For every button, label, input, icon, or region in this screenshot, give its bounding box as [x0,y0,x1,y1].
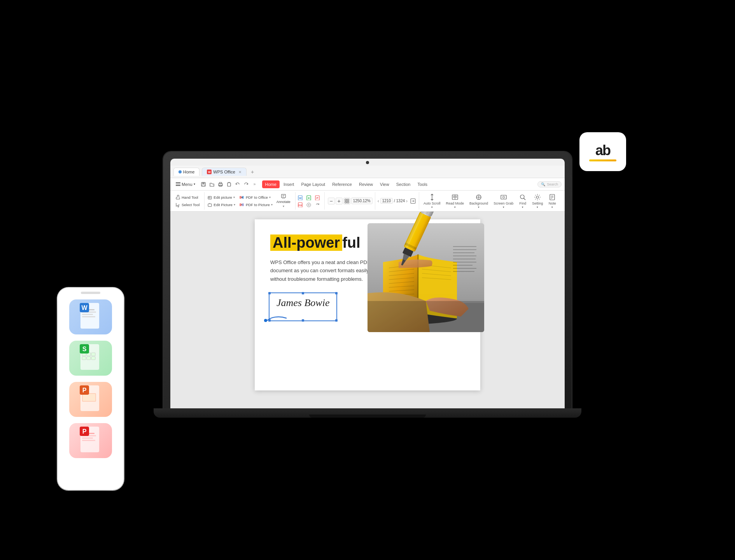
svg-rect-56 [347,199,349,201]
setting-arrow: ▾ [537,206,538,209]
format-btn-5[interactable] [305,201,313,208]
find-button[interactable]: Find ▾ [517,192,528,210]
clipboard-button[interactable] [226,181,233,188]
ribbon-tab-pagelayout[interactable]: Page Layout [298,180,328,188]
svg-rect-25 [82,438,93,439]
ribbon-tabs-row: Menu ▾ [170,178,565,191]
svg-text:PDF: PDF [298,204,303,206]
format-btn-1[interactable]: W [296,194,304,201]
zoom-level-display[interactable]: 1250.12% [351,198,373,204]
format-btn-3[interactable]: P [313,194,321,201]
page-nav-group: ‹ 1210 / 1324 › [376,192,419,210]
pdf-to-picture-button[interactable]: PDF to Picture ▾ [238,201,274,208]
selection-handle-b [302,319,304,322]
find-arrow: ▾ [522,206,523,209]
note-icon [548,193,556,201]
tab-wps[interactable]: W WPS Office ✕ [202,168,247,176]
save-button[interactable] [200,181,207,188]
auto-scroll-icon [428,193,436,201]
format-btn-6[interactable] [313,201,321,208]
pdf-to-office-button[interactable]: PDF to Office ▾ [238,194,274,201]
menu-dropdown-arrow: ▾ [194,182,195,186]
ribbon-tab-section[interactable]: Section [393,180,414,188]
hand-tool-button[interactable]: Hand Tool [173,194,201,201]
fit-page-icon [344,198,350,204]
app-icon-present[interactable]: P [69,382,112,417]
pdf-format-icon: PDF [298,202,303,207]
document-body-text: WPS Office offers you a neat and clean P… [270,259,370,282]
edit-picture-button[interactable]: Edit picture ▾ [205,194,237,201]
scene: W S [0,0,735,560]
more-quick-access[interactable]: » [251,181,258,188]
odf-format-icon [306,202,312,207]
print-button[interactable] [217,181,224,188]
auto-scroll-button[interactable]: Auto Scroll ▾ [422,192,443,210]
note-label: Note [549,201,556,205]
svg-line-73 [524,198,525,200]
selection-handle-br [335,319,338,322]
setting-button[interactable]: Setting ▾ [530,192,545,210]
open-button[interactable] [208,181,215,188]
svg-point-74 [536,196,539,198]
ribbon-tab-view[interactable]: View [377,180,392,188]
screen-grab-button[interactable]: Screen Grab ▾ [492,192,515,210]
annotate-button[interactable]: Annotate ▾ [275,193,292,209]
zoom-out-button[interactable]: − [328,198,335,205]
prev-page-button[interactable]: ‹ [378,198,379,204]
ribbon-tab-tools[interactable]: Tools [414,180,430,188]
svg-rect-12 [82,357,86,360]
pdf-to-office-label: PDF to Office [246,195,268,200]
format-btn-4[interactable]: PDF [296,201,304,208]
ribbon-tab-reference[interactable]: Reference [329,180,355,188]
screen-grab-icon [500,193,508,201]
go-page-button[interactable] [409,197,417,205]
ribbon-tab-review[interactable]: Review [356,180,376,188]
select-tool-icon [175,202,180,207]
laptop: Home W WPS Office ✕ + [163,152,572,424]
clipboard-icon [226,182,232,187]
annotate-icon [281,194,286,199]
pen-stroke-svg [261,310,292,324]
next-page-button[interactable]: › [406,198,408,204]
edit-picture2-button[interactable]: Edit Picture ▾ [205,201,237,208]
undo-button[interactable] [234,181,241,188]
page-separator: / [394,199,395,203]
note-button[interactable]: Note ▾ [546,192,558,210]
svg-rect-5 [82,316,95,317]
ribbon-tab-insert[interactable]: Insert [280,180,298,188]
edit-picture2-icon [207,202,212,207]
tab-close-button[interactable]: ✕ [238,170,242,174]
zoom-in-button[interactable]: + [336,198,343,205]
app-icon-writer[interactable]: W [69,299,112,334]
hand-select-group: Hand Tool Select Tool [173,192,205,210]
current-page[interactable]: 1210 [380,198,393,204]
app-icon-sheet[interactable]: S [69,341,112,376]
ribbon-search[interactable]: 🔍 Search [537,181,562,187]
tab-add-button[interactable]: + [249,168,256,175]
ribbon-nav-tabs: Home Insert Page Layout Reference Review… [262,180,431,188]
highlighter-container [399,212,430,279]
wps-screen: Home W WPS Office ✕ + [170,159,565,408]
redo-button[interactable] [243,181,250,188]
undo-icon [235,182,240,187]
find-icon [519,193,527,201]
laptop-screen-bezel: Home W WPS Office ✕ + [170,159,565,408]
ribbon-tab-home[interactable]: Home [262,180,280,188]
svg-rect-11 [91,353,95,356]
svg-rect-95 [368,301,484,332]
mobile-phone: W S [58,288,124,490]
note-arrow: ▾ [551,206,553,209]
format-btn-2[interactable]: X [305,194,313,201]
read-mode-button[interactable]: Read Mode ▾ [444,192,466,210]
background-button[interactable]: Background ▾ [467,192,490,210]
right-tools-group: Auto Scroll ▾ Read Mode ▾ [422,192,558,210]
app-icon-pdf[interactable]: P [69,423,112,458]
screen-grab-arrow: ▾ [503,206,504,209]
tab-home[interactable]: Home [173,168,200,176]
edit-picture-arrow: ▾ [233,196,235,199]
select-tool-button[interactable]: Select Tool [173,201,201,208]
fit-page-button[interactable] [343,198,350,205]
writer-icon-svg: W [78,302,103,332]
ribbon-menu-button[interactable]: Menu ▾ [173,180,198,188]
setting-label: Setting [532,201,543,205]
